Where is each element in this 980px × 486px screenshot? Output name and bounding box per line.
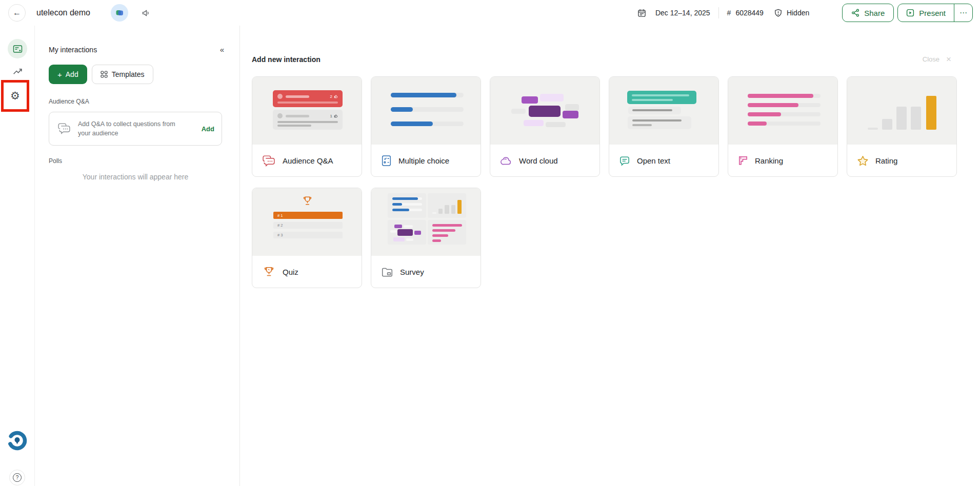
card-quiz[interactable]: # 1 # 2 # 3 Quiz (252, 188, 362, 288)
organization-logo (6, 429, 29, 452)
qa-bubbles-icon (57, 123, 71, 135)
card-label: Multiple choice (398, 156, 449, 165)
card-label: Word cloud (519, 156, 558, 165)
quiz-rank-2: # 2 (273, 222, 343, 229)
visibility-status: Hidden (774, 9, 809, 17)
close-panel-button[interactable]: Close × (923, 55, 951, 64)
trending-up-icon (13, 67, 23, 75)
polls-section-label: Polls (49, 157, 239, 165)
event-code-text: 6028449 (735, 9, 764, 17)
card-word-cloud[interactable]: Word cloud (490, 76, 600, 177)
card-ranking[interactable]: Ranking (728, 76, 838, 177)
star-icon (857, 155, 869, 167)
folder-icon (381, 267, 393, 277)
multiple-choice-thumbnail (371, 77, 481, 145)
calendar-icon (637, 9, 646, 17)
collapse-chevrons-icon: « (220, 45, 224, 54)
shield-alert-icon (774, 9, 783, 17)
event-code: # 6028449 (727, 9, 764, 17)
present-split-button: Present ⋯ (897, 4, 973, 22)
close-label: Close (923, 55, 939, 63)
card-label: Rating (875, 156, 897, 165)
card-label: Audience Q&A (283, 156, 333, 165)
quiz-rank-3: # 3 (273, 232, 343, 238)
plus-icon: + (57, 70, 62, 79)
quiz-thumbnail: # 1 # 2 # 3 (252, 188, 362, 256)
checklist-icon (381, 155, 392, 167)
qa-empty-description: Add Q&A to collect questions from your a… (78, 119, 185, 138)
quiz-rank-1: # 1 (273, 212, 343, 219)
templates-button[interactable]: Templates (92, 65, 153, 84)
card-label: Ranking (755, 156, 783, 165)
present-label: Present (919, 9, 946, 17)
event-dates[interactable]: Dec 12–14, 2025 (637, 9, 710, 17)
sidebar-title: My interactions (49, 46, 97, 54)
trophy-icon (302, 195, 313, 207)
card-audience-qa[interactable]: 2 1 (252, 76, 362, 177)
question-mark-icon: ? (13, 473, 22, 482)
ellipsis-icon: ⋯ (959, 8, 967, 17)
integration-logo-icon (115, 8, 124, 17)
panel-title: Add new interaction (252, 55, 321, 64)
rail-item-settings[interactable]: ⚙ (10, 90, 20, 102)
cloud-icon (500, 156, 512, 166)
card-survey[interactable]: Survey (371, 188, 481, 288)
back-arrow-icon: ← (13, 8, 21, 17)
visibility-text: Hidden (787, 9, 809, 17)
hash-icon: # (727, 9, 731, 17)
share-button[interactable]: Share (842, 4, 894, 22)
help-button[interactable]: ? (9, 470, 25, 485)
text-bubble-icon (619, 155, 630, 167)
card-label: Survey (400, 268, 424, 276)
announcement-button[interactable] (142, 9, 150, 17)
megaphone-icon (142, 9, 150, 17)
thumbs-up-icon (334, 94, 338, 98)
thumbs-up-icon (334, 114, 338, 118)
present-button[interactable]: Present (898, 4, 954, 22)
rail-item-insights[interactable] (0, 67, 35, 75)
back-button[interactable]: ← (8, 4, 26, 22)
survey-thumbnail (371, 188, 481, 256)
card-label: Quiz (283, 268, 298, 276)
interactions-sidebar: My interactions « + Add Templates Audien… (35, 26, 240, 486)
ranking-thumbnail (728, 77, 837, 145)
integration-badge[interactable] (111, 4, 128, 22)
trophy-icon (262, 266, 276, 279)
event-dates-text: Dec 12–14, 2025 (655, 9, 710, 17)
ranking-steps-icon (738, 155, 748, 166)
topbar: ← utelecon demo Dec 12–14, 2025 # 602844… (0, 0, 980, 26)
add-interaction-panel: Add new interaction Close × 2 (240, 26, 980, 486)
interactions-panel-icon (13, 45, 23, 53)
gear-icon: ⚙ (10, 90, 20, 102)
upvote-count: 1 (330, 114, 332, 118)
active-item-highlight (8, 39, 27, 58)
audience-qa-thumbnail: 2 1 (252, 77, 362, 145)
card-open-text[interactable]: Open text (609, 76, 719, 177)
add-button-label: Add (66, 70, 78, 78)
rail-item-interactions[interactable] (0, 39, 35, 58)
close-icon: × (946, 55, 951, 64)
page-title: utelecon demo (36, 8, 90, 17)
upvote-count: 2 (330, 94, 332, 99)
present-more-button[interactable]: ⋯ (954, 4, 972, 22)
add-interaction-button[interactable]: + Add (49, 65, 87, 84)
interaction-cards-grid: 2 1 (252, 76, 980, 288)
card-rating[interactable]: Rating (847, 76, 957, 177)
logo-icon (6, 429, 29, 452)
collapse-sidebar-button[interactable]: « (220, 45, 224, 54)
polls-empty-text: Your interactions will appear here (49, 173, 222, 181)
grid-icon (101, 71, 108, 78)
word-cloud-thumbnail (490, 77, 599, 145)
divider (718, 7, 719, 18)
share-label: Share (864, 9, 885, 17)
qa-section-label: Audience Q&A (49, 98, 239, 105)
rating-thumbnail (847, 77, 956, 145)
share-nodes-icon (851, 9, 859, 17)
present-play-icon (906, 9, 914, 17)
open-text-thumbnail (609, 77, 718, 145)
qa-bubbles-icon (262, 155, 276, 167)
icon-rail: ⚙ ? (0, 26, 35, 486)
card-multiple-choice[interactable]: Multiple choice (371, 76, 481, 177)
card-label: Open text (637, 156, 670, 165)
qa-add-link[interactable]: Add (202, 125, 214, 133)
